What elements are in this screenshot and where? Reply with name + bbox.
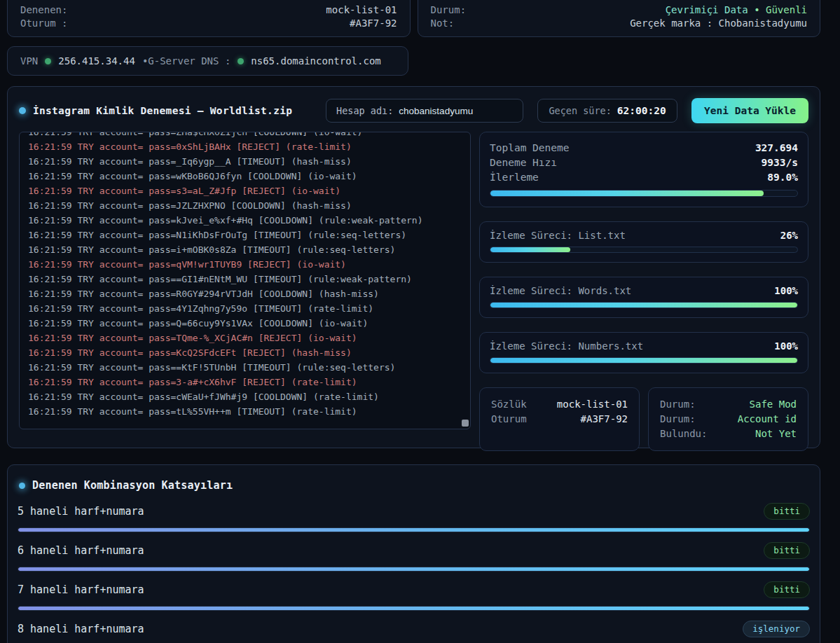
mini-panels-row: Sözlük mock-list-01 Oturum #A3F7-92	[479, 387, 808, 451]
log-line: 16:21:59 TRY account= pass=_Iq6ygp__A [T…	[28, 154, 462, 169]
oturum-label: Oturum :	[20, 17, 67, 30]
log-line: 16:21:59 TRY account= pass=s3=aL_Z#Jfp […	[28, 184, 462, 198]
elapsed-value: 62:00:20	[617, 105, 666, 116]
tracker-progress-track	[490, 357, 798, 364]
combo-progress-track	[18, 567, 810, 572]
mode-label: Durum:	[660, 397, 696, 412]
combo-head: 8 haneli harf+numara işleniyor	[18, 620, 810, 638]
scrollbar-thumb[interactable]	[462, 420, 469, 427]
status-badge: bitti	[764, 503, 810, 520]
log-line: 16:21:59 TRY account= pass=TQme-%_XCjAC#…	[28, 331, 462, 345]
oturum-value: #A3F7-92	[350, 17, 397, 30]
tracker-percent: 26%	[780, 230, 798, 241]
not-value: Gerçek marka : Chobanistadyumu	[630, 17, 807, 30]
combo-head: 5 haneli harf+numara bitti	[18, 502, 810, 520]
vpn-panel: VPN 256.415.34.44 •G-Server DNS : ns65.d…	[7, 46, 408, 76]
main-body: 16:21:59 TRY account= pass=ZHa$cHXoZIjcn…	[8, 132, 820, 451]
stat-value: 327.694	[755, 141, 798, 155]
mode-label: Bulundu:	[660, 427, 707, 441]
log-line: 16:21:59 TRY account= pass=N1iKhDsFrOuTg…	[28, 228, 462, 242]
durum-row: Durum: Çevrimiçi Data • Güvenli	[431, 4, 808, 17]
tracker-percent: 100%	[774, 340, 798, 352]
activity-dot-icon	[19, 107, 26, 114]
mode-row: Durum: Safe Mod	[660, 397, 797, 412]
tracker-panel: İzleme Süreci: List.txt 26%	[479, 221, 808, 263]
combo-row: 5 haneli harf+numara bitti	[18, 502, 810, 532]
log-line: 16:21:59 TRY account= pass=R0GY#294rVTJd…	[28, 286, 462, 301]
combo-row: 6 haneli harf+numara bitti	[18, 541, 810, 572]
dns-status-dot-icon	[237, 58, 244, 64]
account-input[interactable]: Hesap adı: chobanistadyumu	[326, 99, 523, 123]
stat-value: 89.0%	[767, 170, 798, 185]
mode-row: Durum: Account id	[660, 412, 797, 427]
dns-host: ns65.domaincontrol.com	[251, 55, 380, 67]
combo-progress-track	[18, 606, 810, 611]
dictionary-panel: Sözlük mock-list-01 Oturum #A3F7-92	[479, 387, 640, 451]
stat-row: İlerleme 89.0%	[490, 170, 798, 185]
dict-label: Oturum	[491, 412, 527, 427]
combo-label: 8 haneli harf+numara	[18, 623, 144, 635]
combo-progress-fill	[18, 528, 809, 532]
log-line: 16:21:59 TRY account= pass==GI1#nENtM_WU…	[28, 272, 462, 286]
elapsed-label: Geçen süre:	[549, 105, 611, 116]
log-line: 16:21:59 TRY account= pass=ZHa$cHXoZIjcn…	[28, 132, 462, 139]
tracker-label: İzleme Süreci: Words.txt	[490, 285, 631, 296]
tracker-progress-fill	[490, 358, 797, 363]
stats-column: Toplam Deneme 327.694 Deneme Hızı 9933/s…	[479, 132, 808, 451]
log-line: 16:21:59 TRY account= pass=i+mOBK0s8Za […	[28, 242, 462, 257]
tracker-progress-fill	[490, 303, 797, 307]
dict-value: mock-list-01	[557, 397, 628, 412]
mode-label: Durum:	[660, 412, 696, 427]
combo-head: 7 haneli harf+numara bitti	[18, 581, 810, 599]
dict-row: Sözlük mock-list-01	[491, 397, 628, 412]
not-label: Not:	[431, 17, 455, 30]
log-line: 16:21:59 TRY account= pass=kJvei_e%xf+#H…	[28, 213, 462, 228]
combo-label: 6 haneli harf+numara	[18, 544, 144, 557]
account-value: chobanistadyumu	[399, 106, 473, 116]
log-line: 16:21:59 TRY account= pass=3-a#+cX6hvF […	[28, 375, 462, 389]
log-line: 16:21:59 TRY account= pass=cWEaU+fJWh#j9…	[28, 389, 462, 404]
log-line: 16:21:59 TRY account= pass=4Y1Zqhng7y59o…	[28, 301, 462, 316]
log-line: 16:21:59 TRY account= pass=0xShLjBAHx [R…	[28, 139, 462, 154]
status-badge: işleniyor	[743, 621, 810, 637]
combo-head: 6 haneli harf+numara bitti	[18, 541, 810, 560]
tracker-progress-track	[490, 302, 798, 308]
combos-panel: Denenen Kombinasyon Katsayıları 5 haneli…	[7, 464, 820, 643]
upload-data-button[interactable]: Yeni Data Yükle	[691, 98, 808, 123]
stat-label: Toplam Deneme	[490, 141, 570, 155]
combos-dot-icon	[19, 483, 25, 489]
durum-label: Durum:	[431, 4, 467, 17]
mode-value: Not Yet	[755, 427, 797, 441]
main-panel: İnstagram Kimlik Denemesi – Worldlist.zi…	[7, 86, 820, 448]
elapsed-time-box: Geçen süre: 62:00:20	[537, 99, 677, 123]
tracker-percent: 100%	[774, 285, 798, 296]
session-info-panel: Denenen: mock-list-01 Oturum : #A3F7-92	[7, 0, 411, 37]
tracker-head: İzleme Süreci: Numbers.txt 100%	[490, 340, 798, 352]
mode-value: Safe Mod	[750, 397, 797, 412]
main-header: İnstagram Kimlik Denemesi – Worldlist.zi…	[8, 87, 820, 132]
tracker-label: İzleme Süreci: List.txt	[490, 230, 626, 241]
overall-progress-track	[490, 190, 798, 197]
combo-progress-track	[18, 527, 810, 532]
tracker-head: İzleme Süreci: Words.txt 100%	[490, 285, 798, 296]
log-console[interactable]: 16:21:59 TRY account= pass=ZHa$cHXoZIjcn…	[19, 132, 471, 429]
online-data-text: Çevrimiçi Data	[666, 4, 748, 15]
dict-value: #A3F7-92	[581, 412, 628, 427]
tracker-panel: İzleme Süreci: Words.txt 100%	[479, 277, 808, 318]
combo-progress-fill	[18, 567, 809, 571]
connection-status-panel: Durum: Çevrimiçi Data • Güvenli Not: Ger…	[418, 0, 821, 37]
combo-row: 7 haneli harf+numara bitti	[18, 581, 810, 611]
status-badge: bitti	[764, 542, 810, 559]
stat-label: Deneme Hızı	[490, 155, 557, 170]
denenen-label: Denenen:	[20, 4, 67, 17]
status-badge: bitti	[764, 581, 810, 598]
tracker-label: İzleme Süreci: Numbers.txt	[490, 340, 643, 352]
denenen-row: Denenen: mock-list-01	[20, 4, 397, 17]
stat-row: Toplam Deneme 327.694	[490, 141, 798, 155]
log-line: 16:21:59 TRY account= pass=Q=66cuy9Ys1VA…	[28, 316, 462, 331]
log-line: 16:21:59 TRY account= pass=wKBoB6QJ6fyn …	[28, 169, 462, 184]
vpn-row: VPN 256.415.34.44 •G-Server DNS : ns65.d…	[7, 46, 820, 76]
page-title: İnstagram Kimlik Denemesi – Worldlist.zi…	[33, 105, 319, 116]
log-list: 16:21:59 TRY account= pass=ZHa$cHXoZIjcn…	[28, 132, 462, 419]
mode-value: Account id	[738, 412, 797, 427]
